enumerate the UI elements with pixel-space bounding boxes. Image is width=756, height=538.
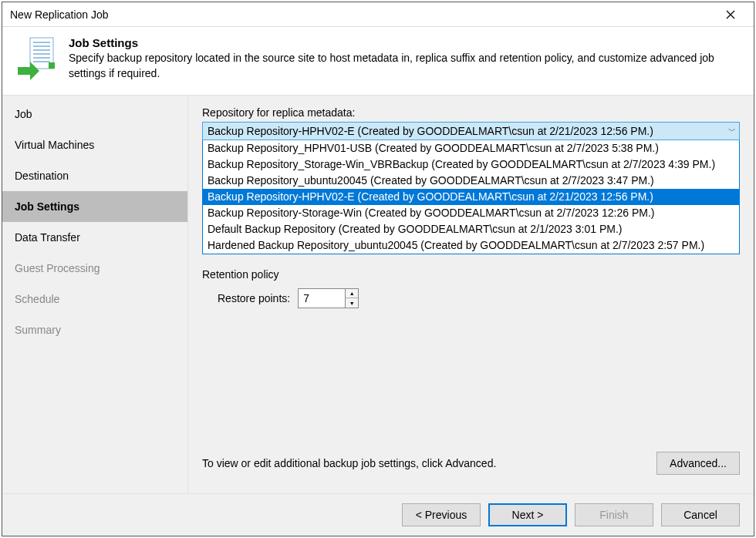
retention-row: Restore points: ▲ ▼ [202, 288, 740, 308]
header-section: Job Settings Specify backup repository l… [2, 27, 754, 95]
titlebar: New Replication Job [2, 2, 754, 27]
page-description: Specify backup repository located in the… [69, 51, 738, 81]
spinner-down-button[interactable]: ▼ [346, 298, 358, 308]
repo-label: Repository for replica metadata: [202, 106, 740, 119]
cancel-button[interactable]: Cancel [661, 503, 740, 526]
retention-label: Retention policy [202, 268, 740, 281]
repo-selected-text: Backup Repository-HPHV02-E (Created by G… [208, 125, 653, 137]
content-panel: Repository for replica metadata: Backup … [188, 96, 754, 493]
advanced-button[interactable]: Advanced... [656, 452, 740, 475]
sidebar-item-data-transfer[interactable]: Data Transfer [2, 222, 187, 253]
previous-button[interactable]: < Previous [402, 503, 481, 526]
sidebar-item-virtual-machines[interactable]: Virtual Machines [2, 129, 187, 160]
repo-option-selected[interactable]: Backup Repository-HPHV02-E (Created by G… [203, 189, 739, 205]
repo-option[interactable]: Backup Repository-Storage-Win (Created b… [203, 205, 739, 221]
window-title: New Replication Job [10, 8, 109, 21]
wizard-icon [16, 36, 56, 82]
sidebar-item-schedule: Schedule [2, 284, 187, 314]
restore-points-input[interactable] [299, 289, 345, 308]
header-text: Job Settings Specify backup repository l… [69, 36, 738, 81]
spinner-up-button[interactable]: ▲ [346, 289, 358, 298]
button-bar: < Previous Next > Finish Cancel [2, 493, 754, 536]
advanced-row: To view or edit additional backup job se… [202, 452, 740, 484]
repo-option[interactable]: Default Backup Repository (Created by GO… [203, 221, 739, 237]
wizard-window: New Replication Job Job Settings [2, 2, 754, 536]
svg-rect-9 [49, 62, 55, 69]
repo-option[interactable]: Backup Repository_HPHV01-USB (Created by… [203, 140, 739, 156]
repo-option[interactable]: Hardened Backup Repository_ubuntu20045 (… [203, 237, 739, 254]
repo-dropdown-list[interactable]: Backup Repository_HPHV01-USB (Created by… [202, 140, 740, 254]
page-title: Job Settings [69, 36, 738, 49]
finish-button: Finish [575, 503, 653, 526]
repo-combobox[interactable]: Backup Repository-HPHV02-E (Created by G… [202, 122, 740, 140]
chevron-down-icon: ﹀ [728, 126, 736, 136]
close-button[interactable] [715, 3, 746, 26]
repo-option[interactable]: Backup Repository_ubuntu20045 (Created b… [203, 173, 739, 189]
sidebar-item-summary: Summary [2, 314, 187, 345]
main-area: Job Virtual Machines Destination Job Set… [2, 95, 754, 493]
sidebar-item-guest-processing: Guest Processing [2, 253, 187, 284]
sidebar: Job Virtual Machines Destination Job Set… [2, 96, 188, 493]
restore-points-label: Restore points: [218, 292, 290, 304]
sidebar-item-job-settings[interactable]: Job Settings [2, 191, 187, 222]
next-button[interactable]: Next > [488, 503, 567, 526]
repo-option[interactable]: Backup Repository_Storage-Win_VBRBackup … [203, 156, 739, 173]
close-icon [726, 10, 735, 19]
advanced-hint-text: To view or edit additional backup job se… [202, 457, 496, 469]
sidebar-item-job[interactable]: Job [2, 99, 187, 129]
restore-points-spinner[interactable]: ▲ ▼ [298, 288, 359, 308]
sidebar-item-destination[interactable]: Destination [2, 160, 187, 191]
